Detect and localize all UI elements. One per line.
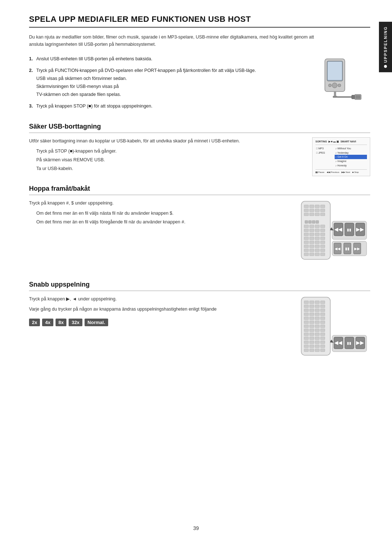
svg-rect-100 [320,321,325,324]
screen-smart-navi: SMART NAVI [340,140,356,143]
svg-rect-128 [320,349,325,352]
svg-point-3 [332,83,337,88]
svg-rect-108 [320,329,325,332]
step-2-line-3: Skärmvisningen för USB-menyn visas på [36,83,305,90]
hoppa-section: Tryck på knappen #, $ under uppspelning.… [29,199,370,272]
svg-rect-47 [304,229,309,232]
svg-rect-93 [304,317,309,320]
svg-rect-94 [310,317,314,320]
svg-rect-78 [310,301,314,304]
svg-rect-126 [310,349,314,352]
svg-rect-79 [315,301,319,304]
hoppa-content: Tryck på knappen #, $ under uppspelning.… [29,199,290,227]
snabb-remote-image: ◀◀ ▮▮ ▶▶ [298,295,370,368]
svg-rect-114 [310,337,314,340]
svg-rect-91 [315,313,319,316]
svg-rect-20 [320,209,325,212]
svg-rect-83 [315,305,319,308]
saker-section: Utför säker borttagning innan du kopplar… [29,137,370,176]
svg-rect-21 [304,213,309,216]
saker-step1: Tryck på STOP (■)-knappen två gånger. [29,147,305,155]
screen-col-left: □ MP3 □ JPEG [315,146,332,168]
saker-image: SORTING ▶ ■ ▬ ▣ SMART NAVI □ MP3 □ JPEG … [312,137,370,176]
svg-rect-44 [310,225,314,228]
svg-rect-97 [304,321,309,324]
svg-rect-102 [310,325,314,328]
svg-text:▶▶: ▶▶ [354,247,360,251]
svg-rect-53 [315,233,319,236]
svg-rect-28 [316,221,319,223]
screen-track4: ♪ Imagine [335,159,367,163]
svg-rect-50 [320,229,325,232]
side-tab-dot [384,65,387,68]
speed-2x: 2x [29,319,40,326]
usb-device-svg [314,55,368,102]
step-3-num: 3. [29,102,33,110]
saker-intro: Utför säker borttagning innan du kopplar… [29,137,305,145]
svg-rect-86 [310,309,314,312]
screen-track1: ♪ Without You [335,146,367,151]
svg-rect-104 [320,325,325,328]
svg-text:◀◀: ◀◀ [334,340,342,345]
svg-rect-27 [312,221,315,223]
svg-rect-26 [309,221,311,223]
svg-rect-17 [304,209,309,212]
svg-rect-51 [304,233,309,236]
step-2-line-1: Tryck på FUNCTION-knappen på DVD-spelare… [36,67,305,74]
svg-rect-99 [315,321,319,324]
screen-track3: ♪ Get It On [335,155,367,159]
svg-rect-115 [315,337,319,340]
svg-rect-63 [304,245,309,248]
side-tab-label: UPPSPELNING [383,26,388,63]
svg-rect-71 [304,253,309,256]
svg-rect-15 [315,205,319,208]
usb-device-image [312,55,370,102]
svg-rect-60 [310,241,314,244]
svg-rect-18 [310,209,314,212]
svg-rect-88 [320,309,325,312]
step-2-num: 2. [29,67,33,74]
step-3: 3. Tryck på knappen STOP (■) för att sto… [29,102,305,110]
svg-text:◀◀: ◀◀ [334,226,342,232]
svg-rect-92 [320,313,325,316]
steps-list: 1. Anslut USB-enheten till USB-porten på… [29,55,305,110]
screen-pause: ▮▮ Pause [315,171,324,174]
screen-header: SORTING ▶ ■ ▬ ▣ SMART NAVI [315,140,367,145]
svg-rect-59 [304,241,309,244]
svg-rect-65 [315,245,319,248]
screen-track5: ♪ Honesty [335,163,367,168]
svg-rect-55 [304,237,309,240]
steps-section: 1. Anslut USB-enheten till USB-porten på… [29,55,370,114]
svg-rect-43 [304,225,309,228]
svg-rect-64 [310,245,314,248]
svg-rect-6 [334,92,336,96]
svg-rect-52 [310,233,314,236]
svg-rect-107 [315,329,319,332]
svg-text:▶▶: ▶▶ [356,226,364,232]
screen-illustration: SORTING ▶ ■ ▬ ▣ SMART NAVI □ MP3 □ JPEG … [312,137,370,176]
svg-rect-14 [310,205,314,208]
screen-next: ▶▶ Next [342,171,350,174]
svg-rect-2 [328,62,342,80]
main-title: SPELA UPP MEDIAFILER MED FUNKTIONEN USB … [29,15,370,28]
svg-text:▮▮: ▮▮ [347,341,351,345]
snabb-heading: Snabb uppspelning [29,281,370,291]
screen-prev: ◀◀ Previous [327,171,339,174]
screen-stop: ■ Stop [352,171,359,174]
hoppa-line1: Om det finns mer än en fil väljs nästa f… [29,210,290,217]
svg-rect-61 [315,241,319,244]
svg-rect-16 [320,205,325,208]
intro-text: Du kan njuta av mediafiler som bilder, f… [29,33,327,48]
svg-rect-123 [315,345,319,348]
screen-footer: ▮▮ Pause ◀◀ Previous ▶▶ Next ■ Stop [315,169,367,174]
svg-rect-96 [320,317,325,320]
step-2: 2. Tryck på FUNCTION-knappen på DVD-spel… [29,67,305,98]
svg-rect-80 [320,301,325,304]
screen-icons: ▶ ■ ▬ ▣ [328,140,339,143]
page-number: 39 [193,525,199,531]
steps-content: 1. Anslut USB-enheten till USB-porten på… [29,55,305,114]
svg-rect-8 [337,96,352,98]
screen-row: □ MP3 □ JPEG ♪ Without You ♪ Yesterday ♪… [315,146,367,168]
svg-rect-109 [304,333,309,336]
svg-rect-62 [320,241,325,244]
